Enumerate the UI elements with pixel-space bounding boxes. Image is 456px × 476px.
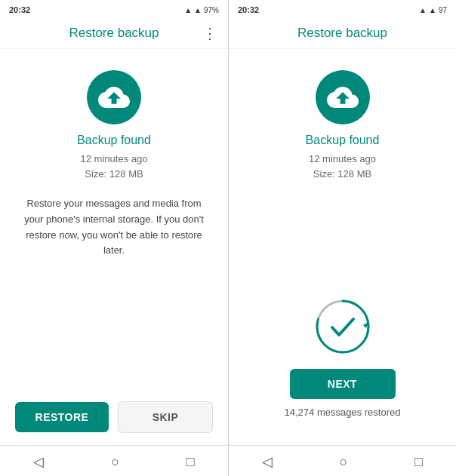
content-left: Backup found 12 minutes ago Size: 128 MB… bbox=[0, 49, 228, 392]
page-title-right: Restore backup bbox=[297, 26, 387, 41]
status-icons-right: ▲ ▲ 97 bbox=[419, 6, 447, 14]
cloud-svg-right bbox=[327, 81, 359, 113]
recents-nav-icon-right[interactable]: □ bbox=[414, 454, 423, 470]
home-nav-icon-right[interactable]: ○ bbox=[340, 454, 348, 470]
backup-found-label-right: Backup found bbox=[306, 134, 380, 147]
nav-bar-right: ◁ ○ □ bbox=[229, 445, 456, 476]
recents-nav-icon-left[interactable]: □ bbox=[186, 454, 195, 470]
nav-bar-left: ◁ ○ □ bbox=[0, 445, 228, 476]
time-left: 20:32 bbox=[9, 5, 30, 14]
cloud-upload-icon-right bbox=[316, 70, 370, 124]
messages-restored-label: 14,274 messages restored bbox=[285, 407, 401, 418]
phones-container: 20:32 ▲ ▲ 97% Restore backup ⋮ Backup fo… bbox=[0, 0, 456, 476]
app-header-right: Restore backup bbox=[229, 18, 456, 49]
page-title-left: Restore backup bbox=[69, 26, 159, 41]
status-icons-left: ▲ ▲ 97% bbox=[184, 6, 219, 14]
battery-left: 97% bbox=[204, 6, 219, 14]
meta-time-right: 12 minutes ago bbox=[309, 153, 376, 164]
back-nav-icon-left[interactable]: ◁ bbox=[33, 453, 44, 470]
meta-size-left: Size: 128 MB bbox=[85, 168, 143, 180]
time-right: 20:32 bbox=[238, 5, 259, 14]
status-bar-left: 20:32 ▲ ▲ 97% bbox=[0, 0, 228, 18]
more-icon-left[interactable]: ⋮ bbox=[202, 24, 217, 42]
bottom-area-left: RESTORE SKIP bbox=[0, 392, 228, 445]
backup-found-label-left: Backup found bbox=[77, 134, 151, 147]
status-bar-right: 20:32 ▲ ▲ 97 bbox=[229, 0, 456, 18]
app-header-left: Restore backup ⋮ bbox=[0, 18, 228, 49]
left-phone: 20:32 ▲ ▲ 97% Restore backup ⋮ Backup fo… bbox=[0, 0, 228, 476]
backup-meta-right: 12 minutes ago Size: 128 MB bbox=[309, 152, 376, 181]
back-nav-icon-right[interactable]: ◁ bbox=[262, 453, 273, 470]
skip-button[interactable]: SKIP bbox=[118, 401, 213, 433]
restore-description: Restore your messages and media from you… bbox=[15, 196, 213, 259]
success-icon-container bbox=[313, 296, 373, 357]
meta-time-left: 12 minutes ago bbox=[81, 153, 148, 164]
cloud-svg-left bbox=[98, 81, 130, 113]
restore-button[interactable]: RESTORE bbox=[15, 402, 109, 432]
right-phone: 20:32 ▲ ▲ 97 Restore backup Backup found… bbox=[228, 0, 456, 476]
signal-icon-left: ▲ bbox=[184, 6, 192, 14]
cloud-upload-icon-left bbox=[87, 70, 141, 124]
backup-meta-left: 12 minutes ago Size: 128 MB bbox=[81, 152, 148, 181]
restore-complete-area: Backup found 12 minutes ago Size: 128 MB bbox=[229, 49, 456, 445]
next-button[interactable]: NEXT bbox=[290, 369, 396, 399]
wifi-icon-left: ▲ bbox=[194, 6, 202, 14]
wifi-icon-right: ▲ bbox=[429, 6, 436, 14]
meta-size-right: Size: 128 MB bbox=[313, 168, 371, 180]
buttons-row-left: RESTORE SKIP bbox=[15, 401, 213, 433]
restore-success-svg bbox=[313, 296, 373, 357]
battery-right: 97 bbox=[439, 6, 447, 14]
home-nav-icon-left[interactable]: ○ bbox=[111, 454, 119, 470]
signal-icon-right: ▲ bbox=[419, 6, 427, 14]
